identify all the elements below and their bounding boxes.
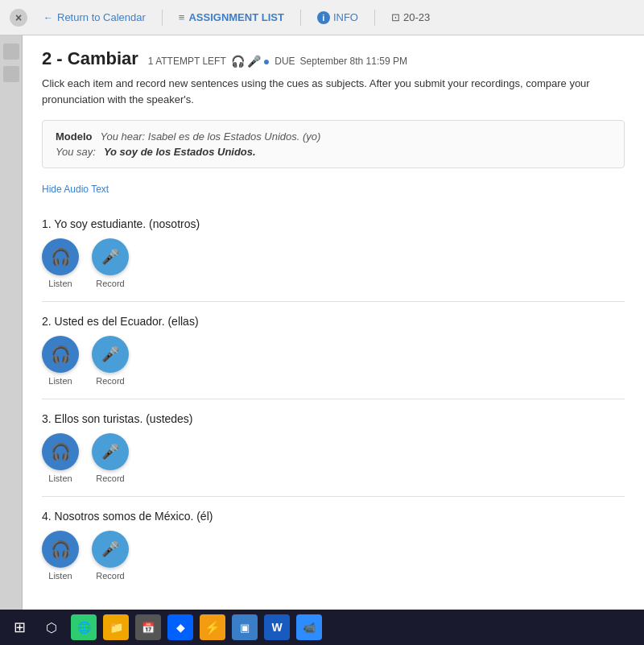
taskbar-zoom-icon[interactable]: 📹	[296, 614, 322, 640]
modelo-box: Modelo You hear: Isabel es de los Estado…	[42, 120, 625, 168]
record-circle-4: 🎤	[92, 531, 129, 568]
exercise-item-1: 1. Yo soy estudiante. (nosotros) 🎧 Liste…	[42, 208, 625, 302]
mic-icon-3: 🎤	[101, 443, 119, 461]
close-button[interactable]: ×	[10, 9, 27, 27]
exercises-list: 1. Yo soy estudiante. (nosotros) 🎧 Liste…	[42, 208, 625, 593]
record-label-4: Record	[96, 571, 124, 581]
record-button-4[interactable]: 🎤 Record	[92, 531, 129, 581]
attempt-info: 1 ATTEMPT LEFT 🎧 🎤 ● DUE September 8th 1…	[148, 55, 407, 68]
pages-indicator[interactable]: ⊡ 20-23	[391, 11, 430, 23]
listen-label-2: Listen	[48, 376, 72, 386]
headphone-icon-2: 🎧	[51, 345, 71, 364]
assignment-description: Click each item and record new sentences…	[42, 76, 625, 107]
record-circle-3: 🎤	[92, 433, 129, 470]
sidebar-item-2	[3, 66, 19, 82]
mic-icon-1: 🎤	[101, 248, 119, 266]
modelo-say-label: You say:	[56, 146, 96, 158]
headphone-icon-3: 🎧	[51, 442, 71, 461]
due-label: DUE	[275, 56, 295, 67]
attempt-left-text: 1 ATTEMPT LEFT	[148, 56, 226, 67]
mic-icon: 🎤	[247, 55, 261, 68]
listen-circle-3: 🎧	[42, 433, 79, 470]
exercise-item-2: 2. Usted es del Ecuador. (ellas) 🎧 Liste…	[42, 305, 625, 399]
arrow-left-icon: ←	[43, 12, 53, 23]
exercise-question-3: 3. Ellos son turistas. (ustedes)	[42, 412, 625, 425]
return-to-calendar-link[interactable]: ← Return to Calendar	[43, 11, 146, 23]
record-button-2[interactable]: 🎤 Record	[92, 336, 129, 386]
listen-button-3[interactable]: 🎧 Listen	[42, 433, 79, 483]
listen-button-1[interactable]: 🎧 Listen	[42, 238, 79, 288]
exercise-buttons-1: 🎧 Listen 🎤 Record	[42, 238, 625, 288]
exercise-item-3: 3. Ellos son turistas. (ustedes) 🎧 Liste…	[42, 403, 625, 497]
nav-divider-3	[374, 10, 375, 26]
info-link[interactable]: i INFO	[317, 11, 358, 24]
record-label-1: Record	[96, 279, 124, 288]
assignment-title: 2 - Cambiar	[42, 48, 138, 69]
mic-icon-2: 🎤	[101, 345, 119, 363]
taskbar-app1-icon[interactable]: ▣	[232, 614, 258, 640]
hide-audio-text-link[interactable]: Hide Audio Text	[42, 184, 109, 195]
record-circle-1: 🎤	[92, 238, 129, 275]
listen-button-2[interactable]: 🎧 Listen	[42, 336, 79, 386]
headphone-icon-1: 🎧	[51, 247, 71, 267]
taskbar-calendar-icon[interactable]: 📅	[135, 614, 161, 640]
record-button-1[interactable]: 🎤 Record	[92, 238, 129, 288]
taskbar-search-button[interactable]: ⬡	[39, 614, 64, 640]
listen-label-3: Listen	[48, 473, 72, 483]
exercise-question-4: 4. Nosotros somos de México. (él)	[42, 510, 625, 523]
top-navigation: × ← Return to Calendar ≡ ASSIGNMENT LIST…	[0, 0, 644, 35]
mic-icon-4: 🎤	[101, 540, 119, 558]
record-button-3[interactable]: 🎤 Record	[92, 433, 129, 483]
info-icon: i	[317, 11, 330, 24]
exercise-buttons-4: 🎧 Listen 🎤 Record	[42, 531, 625, 581]
taskbar-dropbox-icon[interactable]: ◆	[167, 614, 193, 640]
listen-label-4: Listen	[48, 571, 72, 581]
listen-circle-4: 🎧	[42, 531, 79, 568]
taskbar-word-icon[interactable]: W	[264, 614, 290, 640]
exercise-buttons-3: 🎧 Listen 🎤 Record	[42, 433, 625, 483]
headphone-icon-4: 🎧	[51, 540, 71, 559]
assignment-header: 2 - Cambiar 1 ATTEMPT LEFT 🎧 🎤 ● DUE Sep…	[42, 48, 625, 69]
modelo-label: Modelo	[56, 130, 93, 143]
record-label-3: Record	[96, 473, 124, 483]
taskbar-bolt-icon[interactable]: ⚡	[200, 614, 225, 640]
modelo-say-text: Yo soy de los Estados Unidos.	[104, 146, 256, 158]
listen-circle-1: 🎧	[42, 238, 79, 275]
record-circle-2: 🎤	[92, 336, 129, 373]
page-layout: 2 - Cambiar 1 ATTEMPT LEFT 🎧 🎤 ● DUE Sep…	[0, 35, 644, 610]
taskbar: ⊞ ⬡ 🌐 📁 📅 ◆ ⚡ ▣ W 📹	[0, 610, 644, 645]
taskbar-edge-icon[interactable]: 🌐	[71, 614, 97, 640]
listen-button-4[interactable]: 🎧 Listen	[42, 531, 79, 581]
due-date: September 8th 11:59 PM	[300, 56, 407, 67]
pages-icon: ⊡	[391, 11, 400, 23]
exercise-question-2: 2. Usted es del Ecuador. (ellas)	[42, 315, 625, 328]
exercise-question-1: 1. Yo soy estudiante. (nosotros)	[42, 217, 625, 230]
modelo-hear-row: Modelo You hear: Isabel es de los Estado…	[56, 130, 611, 143]
taskbar-explorer-icon[interactable]: 📁	[103, 614, 129, 640]
record-label-2: Record	[96, 376, 124, 386]
nav-divider	[162, 10, 163, 26]
exercise-item-4: 4. Nosotros somos de México. (él) 🎧 List…	[42, 500, 625, 593]
listen-label-1: Listen	[48, 279, 72, 288]
sidebar-strip	[0, 35, 23, 610]
listen-circle-2: 🎧	[42, 336, 79, 373]
headphone-icon: 🎧	[231, 55, 245, 68]
exercise-buttons-2: 🎧 Listen 🎤 Record	[42, 336, 625, 386]
nav-divider-2	[300, 10, 301, 26]
list-icon: ≡	[179, 11, 185, 23]
modelo-hear-label: You hear: Isabel es de los Estados Unido…	[101, 130, 321, 143]
assignment-list-link[interactable]: ≡ ASSIGNMENT LIST	[179, 11, 284, 23]
main-content: 2 - Cambiar 1 ATTEMPT LEFT 🎧 🎤 ● DUE Sep…	[23, 35, 644, 610]
sidebar-item-1	[3, 43, 19, 60]
windows-start-button[interactable]: ⊞	[6, 614, 32, 640]
modelo-say-row: You say: Yo soy de los Estados Unidos.	[56, 146, 611, 158]
attempt-icons: 🎧 🎤 ●	[231, 55, 270, 68]
dot-icon: ●	[263, 55, 270, 68]
